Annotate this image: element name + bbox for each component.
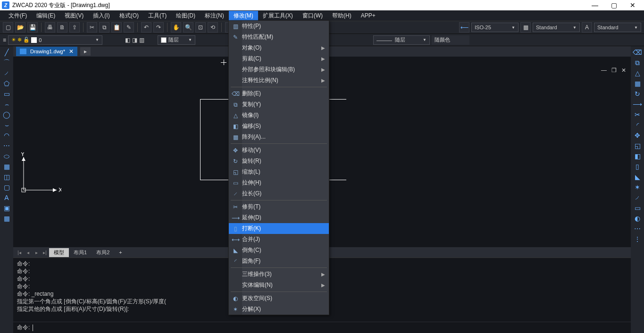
right-tool-0[interactable]: ⌫ <box>632 47 643 58</box>
menu-item[interactable]: ⌫删除(E) <box>229 88 329 99</box>
match-icon[interactable]: ✎ <box>124 22 134 33</box>
menu-5[interactable]: 工具(T) <box>143 11 171 21</box>
left-tool-16[interactable]: ▦ <box>1 213 12 224</box>
menu-7[interactable]: 标注(N) <box>200 11 229 21</box>
menu-item[interactable]: 三维操作(3)▶ <box>229 269 329 280</box>
right-tool-9[interactable]: ◱ <box>632 141 643 151</box>
layer-combo[interactable]: ☀ ❄ 🔓 0▼ <box>8 35 102 45</box>
table-style-combo[interactable]: Standard▼ <box>533 23 580 32</box>
menu-3[interactable]: 插入(I) <box>88 11 114 21</box>
menu-item[interactable]: 注释性比例(N)▶ <box>229 75 329 86</box>
menu-item[interactable]: ◣倒角(C) <box>229 245 329 256</box>
command-line[interactable]: 命令: <box>13 322 631 333</box>
lineweight-combo[interactable]: 随颜色 <box>432 35 469 45</box>
publish-icon[interactable]: ⇪ <box>69 22 80 33</box>
left-tool-12[interactable]: ◫ <box>1 172 12 182</box>
right-tool-16[interactable]: ◐ <box>632 213 643 224</box>
doc-close-icon[interactable]: ✕ <box>621 67 626 74</box>
menu-4[interactable]: 格式(O) <box>115 11 143 21</box>
right-tool-15[interactable]: ▭ <box>632 203 643 213</box>
close-tab-icon[interactable]: ✕ <box>69 48 74 55</box>
menu-item[interactable]: ↻旋转(R) <box>229 156 329 166</box>
right-tool-7[interactable]: ◜ <box>632 120 643 130</box>
menu-item[interactable]: ◜圆角(F) <box>229 256 329 266</box>
new-icon[interactable]: ▢ <box>3 22 13 33</box>
menu-item[interactable]: ▭拉伸(H) <box>229 177 329 188</box>
doc-restore-icon[interactable]: ❐ <box>611 67 617 74</box>
right-tool-8[interactable]: ✥ <box>632 130 643 141</box>
menu-item[interactable]: ◱缩放(L) <box>229 166 329 177</box>
linetype-combo[interactable]: ——— 随层▼ <box>373 35 430 45</box>
copy-icon[interactable]: ⧉ <box>99 22 109 33</box>
menu-12[interactable]: APP+ <box>356 11 380 20</box>
right-tool-18[interactable]: ⋮ <box>632 234 643 244</box>
menu-item[interactable]: ✶分解(X) <box>229 304 329 315</box>
right-tool-2[interactable]: △ <box>632 68 643 78</box>
menu-item[interactable]: △镜像(I) <box>229 110 329 121</box>
menu-item[interactable]: ✥移动(V) <box>229 145 329 156</box>
menu-item[interactable]: ▥特性(P) <box>229 21 329 32</box>
model-tab-2[interactable]: 布局2 <box>92 248 114 257</box>
left-tool-10[interactable]: ⬭ <box>1 151 12 161</box>
right-tool-6[interactable]: ✂ <box>632 109 643 120</box>
left-tool-3[interactable]: ⬠ <box>1 78 12 89</box>
open-icon[interactable]: 📂 <box>15 22 25 33</box>
menu-item[interactable]: ⟋拉长(G) <box>229 188 329 199</box>
menu-10[interactable]: 窗口(W) <box>298 11 327 21</box>
menu-item[interactable]: 剪裁(C)▶ <box>229 53 329 64</box>
text-icon[interactable]: A <box>582 22 592 33</box>
left-tool-8[interactable]: ◠ <box>1 130 12 141</box>
menu-6[interactable]: 绘图(D) <box>171 11 200 21</box>
undo-icon[interactable]: ↶ <box>141 22 151 33</box>
print-preview-icon[interactable]: 🗎 <box>57 22 67 33</box>
left-tool-9[interactable]: ⋯ <box>1 141 12 151</box>
cut-icon[interactable]: ✂ <box>87 22 97 33</box>
menu-item[interactable]: ⟶延伸(D) <box>229 212 329 223</box>
layer-icon[interactable]: ≡ <box>3 37 6 43</box>
left-tool-15[interactable]: ▣ <box>1 203 12 213</box>
print-icon[interactable]: 🖶 <box>45 22 55 33</box>
maximize-button[interactable]: ▢ <box>604 0 623 10</box>
left-tool-6[interactable]: ◯ <box>1 109 12 120</box>
paste-icon[interactable]: 📋 <box>111 22 122 33</box>
dim-style-combo[interactable]: ISO-25▼ <box>471 23 519 32</box>
table-icon[interactable]: ▦ <box>520 22 531 33</box>
left-tool-13[interactable]: ▢ <box>1 182 12 192</box>
menu-item[interactable]: ▦阵列(A)... <box>229 132 329 142</box>
file-tab[interactable]: Drawing1.dwg* ✕ <box>16 47 77 56</box>
layer-state-icon[interactable]: ◨ <box>132 37 137 43</box>
pan-icon[interactable]: ✋ <box>171 22 181 33</box>
menu-item[interactable]: ⧉复制(Y) <box>229 99 329 110</box>
dim-icon[interactable]: ⟵ <box>459 22 469 33</box>
tab-nav-prev[interactable]: ◂ <box>24 248 32 257</box>
menu-item[interactable]: ✎特性匹配(M) <box>229 32 329 42</box>
color-combo[interactable]: 随层▼ <box>158 35 195 45</box>
layer-iso-icon[interactable]: ▥ <box>139 37 144 43</box>
right-tool-5[interactable]: ⟶ <box>632 99 643 109</box>
menu-9[interactable]: 扩展工具(X) <box>258 11 298 21</box>
left-tool-0[interactable]: ╱ <box>1 47 12 58</box>
new-tab-button[interactable]: ▸ <box>80 47 91 56</box>
left-tool-2[interactable]: ⟋ <box>1 68 12 78</box>
add-layout-button[interactable]: + <box>114 249 126 256</box>
menu-1[interactable]: 编辑(E) <box>32 11 60 21</box>
zoom-icon[interactable]: 🔍 <box>183 22 193 33</box>
right-tool-13[interactable]: ✶ <box>632 182 643 192</box>
zoom-prev-icon[interactable]: ⟲ <box>208 22 218 33</box>
minimize-button[interactable]: — <box>585 0 604 10</box>
redo-icon[interactable]: ↷ <box>153 22 164 33</box>
menu-item[interactable]: ◐更改空间(S) <box>229 293 329 304</box>
menu-item[interactable]: ✂修剪(T) <box>229 201 329 212</box>
menu-0[interactable]: 文件(F) <box>4 11 32 21</box>
menu-item[interactable]: 对象(O)▶ <box>229 42 329 53</box>
tab-nav-last[interactable]: ▸| <box>41 248 49 257</box>
tab-nav-first[interactable]: |◂ <box>15 248 24 257</box>
right-tool-12[interactable]: ◣ <box>632 172 643 182</box>
left-tool-11[interactable]: ▦ <box>1 161 12 172</box>
doc-minimize-icon[interactable]: — <box>601 67 607 74</box>
save-icon[interactable]: 💾 <box>27 22 38 33</box>
right-tool-11[interactable]: ▯ <box>632 161 643 172</box>
left-tool-4[interactable]: ▭ <box>1 89 12 99</box>
left-tool-1[interactable]: ⌒ <box>1 58 12 68</box>
right-tool-10[interactable]: ◧ <box>632 151 643 161</box>
